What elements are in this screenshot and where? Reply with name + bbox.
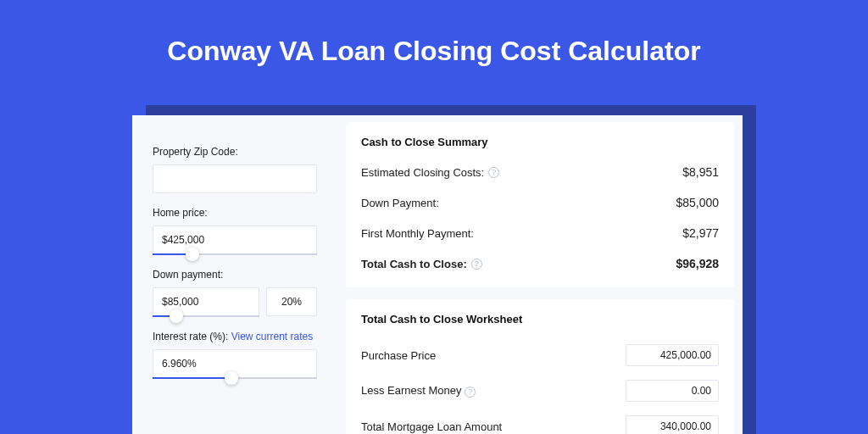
ws-loan-label: Total Mortgage Loan Amount [361, 420, 502, 433]
rate-slider[interactable] [153, 349, 317, 379]
ws-earnest-value[interactable]: 0.00 [626, 380, 719, 402]
down-slider-thumb[interactable] [170, 309, 183, 323]
page-title: Conway VA Loan Closing Cost Calculator [0, 36, 868, 67]
rate-field: Interest rate (%): View current rates [153, 331, 317, 379]
help-icon[interactable]: ? [465, 387, 476, 398]
worksheet-card: Total Cash to Close Worksheet Purchase P… [346, 299, 734, 434]
summary-row-closing: Estimated Closing Costs: ? $8,951 [361, 160, 719, 191]
down-label: Down payment: [153, 269, 317, 281]
summary-down-value: $85,000 [676, 196, 719, 209]
rate-slider-fill [153, 377, 231, 379]
rate-label: Interest rate (%): [153, 331, 228, 342]
summary-closing-label: Estimated Closing Costs: [361, 166, 484, 179]
price-slider-thumb[interactable] [186, 248, 199, 261]
summary-total-label: Total Cash to Close: [361, 258, 467, 270]
ws-purchase-value[interactable]: 425,000.00 [626, 344, 719, 366]
down-input[interactable] [153, 287, 259, 316]
ws-row-purchase: Purchase Price 425,000.00 [361, 337, 719, 373]
summary-row-monthly: First Monthly Payment: $2,977 [361, 221, 719, 252]
down-pct-input[interactable]: 20% [266, 287, 317, 316]
ws-loan-value[interactable]: 340,000.00 [626, 415, 719, 434]
zip-field: Property Zip Code: [153, 146, 317, 193]
rate-slider-thumb[interactable] [225, 371, 238, 385]
price-field: Home price: [153, 207, 317, 255]
ws-purchase-label: Purchase Price [361, 349, 436, 362]
summary-title: Cash to Close Summary [361, 136, 719, 148]
inputs-column: Property Zip Code: Home price: Down paym… [132, 115, 337, 434]
view-rates-link[interactable]: View current rates [231, 331, 314, 342]
help-icon[interactable]: ? [488, 167, 499, 178]
summary-monthly-label: First Monthly Payment: [361, 227, 474, 240]
summary-row-down: Down Payment: $85,000 [361, 191, 719, 221]
summary-down-label: Down Payment: [361, 197, 439, 209]
ws-row-loan: Total Mortgage Loan Amount 340,000.00 [361, 409, 719, 434]
price-label: Home price: [153, 207, 317, 219]
summary-monthly-value: $2,977 [682, 226, 719, 240]
zip-input[interactable] [153, 164, 317, 193]
help-icon[interactable]: ? [471, 259, 482, 270]
rate-label-row: Interest rate (%): View current rates [153, 331, 317, 342]
ws-earnest-label: Less Earnest Money [361, 384, 462, 397]
zip-label: Property Zip Code: [153, 146, 317, 158]
results-column: Cash to Close Summary Estimated Closing … [337, 115, 743, 434]
price-input[interactable] [153, 225, 317, 254]
calculator-panel: Property Zip Code: Home price: Down paym… [132, 115, 743, 434]
summary-card: Cash to Close Summary Estimated Closing … [346, 122, 734, 287]
down-field: Down payment: 20% [153, 269, 317, 317]
ws-row-earnest: Less Earnest Money ? 0.00 [361, 373, 719, 409]
price-slider[interactable] [153, 225, 317, 255]
summary-total-value: $96,928 [676, 257, 719, 270]
worksheet-title: Total Cash to Close Worksheet [361, 313, 719, 326]
summary-closing-value: $8,951 [682, 165, 719, 179]
down-slider[interactable] [153, 287, 259, 317]
summary-row-total: Total Cash to Close: ? $96,928 [361, 252, 719, 282]
